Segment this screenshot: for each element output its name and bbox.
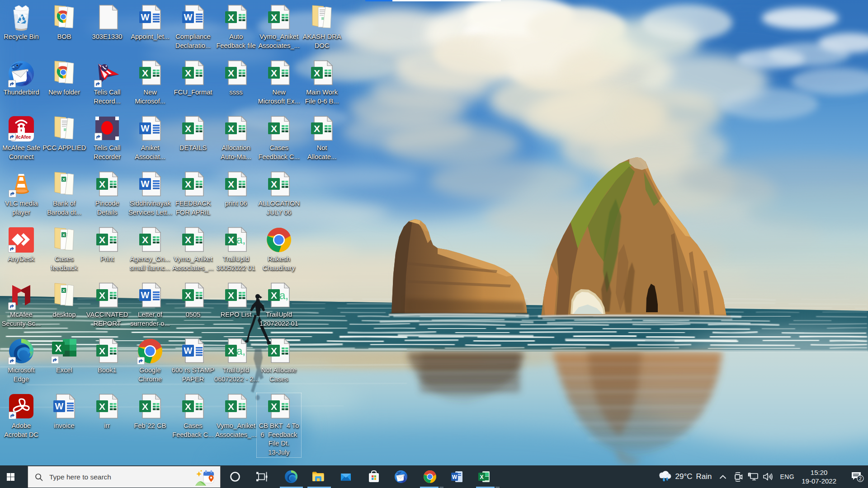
svg-text:X: X [271,401,277,412]
svg-text:X: X [228,235,234,245]
svg-text:W: W [452,474,458,480]
svg-text:X: X [99,346,105,356]
svg-text:X: X [271,179,277,189]
svg-text:X: X [228,290,234,300]
svg-text:X: X [271,346,277,356]
svg-text:W: W [141,179,150,189]
svg-text:X: X [62,233,65,237]
svg-text:X: X [228,68,234,78]
svg-text:X: X [99,235,105,245]
svg-text:X: X [185,401,191,412]
svg-text:X: X [314,68,320,78]
svg-text:X: X [228,179,234,189]
svg-text:W: W [141,290,150,300]
svg-text:X: X [271,123,277,134]
svg-text:W: W [55,401,64,411]
svg-text:X: X [185,68,191,78]
svg-text:X: X [142,68,148,78]
svg-text:X: X [228,346,234,356]
svg-text:a,: a, [236,345,245,357]
svg-text:W: W [141,123,150,133]
svg-text:X: X [271,68,277,78]
svg-text:X: X [185,290,191,300]
svg-text:X: X [185,179,191,189]
svg-text:McAfee: McAfee [14,134,31,140]
svg-text:W: W [184,12,193,22]
svg-text:X: X [55,343,62,354]
svg-text:a,: a, [279,289,288,301]
svg-text:X: X [142,401,148,412]
svg-text:X: X [314,123,320,134]
svg-text:X: X [99,401,105,412]
svg-text:X: X [62,177,65,182]
svg-text:X: X [142,235,148,245]
svg-text:a,: a, [236,234,245,246]
svg-text:X: X [99,179,105,189]
svg-text:W: W [184,346,193,356]
svg-text:X: X [185,235,191,245]
svg-text:X: X [228,12,234,23]
svg-text:2: 2 [859,476,862,481]
svg-text:X: X [480,474,483,480]
svg-text:X: X [185,123,191,134]
svg-text:X: X [99,290,105,300]
svg-text:X: X [228,401,234,412]
svg-text:X: X [62,288,65,293]
svg-text:X: X [271,290,277,300]
svg-text:X: X [228,123,234,134]
svg-text:X: X [271,12,277,23]
svg-text:W: W [141,12,150,22]
